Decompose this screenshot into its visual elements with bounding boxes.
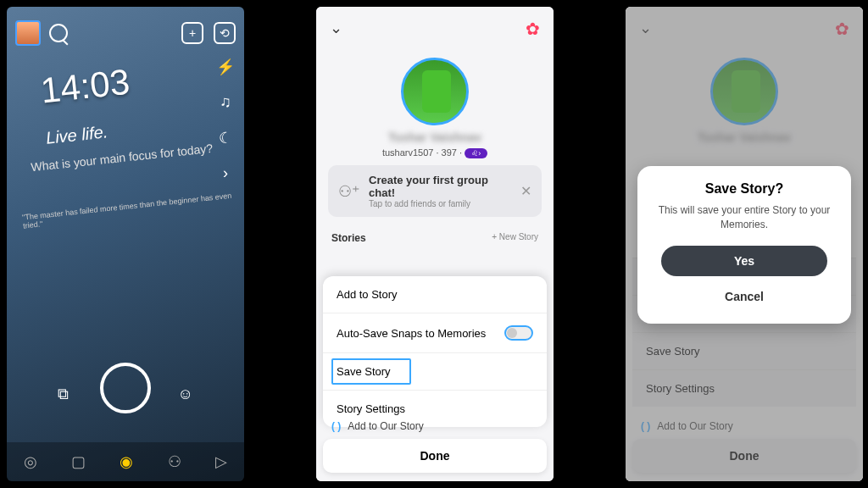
our-story-icon: ( ) [331, 420, 341, 432]
camera-top-bar: + ⟲ [7, 15, 244, 51]
nav-chat-icon[interactable]: ▢ [71, 452, 86, 471]
add-to-story-item[interactable]: Add to Story [323, 276, 547, 313]
nav-map-icon[interactable]: ◎ [24, 452, 37, 471]
collapse-icon[interactable]: ⌄ [330, 19, 342, 39]
flip-camera-icon[interactable]: ⟲ [214, 22, 236, 44]
nav-discover-icon[interactable]: ▷ [215, 452, 227, 471]
nav-camera-icon[interactable]: ◉ [120, 452, 133, 471]
story-avatar[interactable] [401, 58, 469, 125]
lens-icon[interactable]: ☺ [178, 385, 193, 403]
save-story-dialog: Save Story? This will save your entire S… [637, 166, 851, 324]
add-group-icon: ⚇⁺ [338, 182, 360, 201]
snapchat-profile-screen: ⌄ ✿ Tushar Vaishnav tusharv1507 · 397 · … [316, 7, 554, 481]
slogan-text: Live life. [45, 122, 108, 148]
clock-overlay: 14:03 [39, 62, 132, 112]
card-subtitle: Tap to add friends or family [369, 199, 512, 208]
new-story-button[interactable]: + New Story [492, 232, 538, 244]
stories-header: Stories [331, 232, 366, 244]
done-button[interactable]: Done [323, 439, 547, 473]
bottom-nav: ◎ ▢ ◉ ⚇ ▷ [7, 442, 244, 481]
shutter-button[interactable] [100, 363, 151, 413]
settings-icon[interactable]: ✿ [526, 19, 540, 39]
flash-icon[interactable]: ⚡ [215, 58, 236, 78]
snap-score: 397 [442, 147, 457, 158]
profile-name: Tushar Vaishnav [316, 130, 554, 144]
dialog-title: Save Story? [651, 181, 837, 197]
autosave-toggle[interactable] [504, 325, 533, 341]
night-icon[interactable]: ☾ [215, 129, 236, 149]
dialog-yes-button[interactable]: Yes [661, 246, 827, 276]
dialog-cancel-button[interactable]: Cancel [651, 285, 837, 308]
story-action-sheet: Add to Story Auto-Save Snaps to Memories… [323, 276, 547, 427]
group-chat-card[interactable]: ⚇⁺ Create your first group chat! Tap to … [328, 165, 542, 217]
username: tusharv1507 [382, 147, 434, 158]
quote-text: "The master has failed more times than t… [22, 190, 244, 230]
music-icon[interactable]: ♫ [215, 93, 236, 114]
dismiss-card-icon[interactable]: ✕ [520, 183, 531, 199]
snapchat-save-dialog-screen: ⌄ ✿ Tushar Vaishnav Sto ory A A Save Sto… [626, 7, 863, 481]
dialog-body: This will save your entire Story to your… [651, 203, 837, 232]
more-tools-icon[interactable]: › [215, 164, 236, 185]
nav-friends-icon[interactable]: ⚇ [168, 452, 181, 471]
snapchat-camera-screen: + ⟲ ⚡ ♫ ☾ › 14:03 Live life. What is you… [7, 7, 244, 481]
search-icon[interactable] [49, 24, 68, 42]
memories-icon[interactable]: ⧉ [58, 385, 69, 403]
save-story-item[interactable]: Save Story [323, 352, 547, 390]
camera-side-toolbar: ⚡ ♫ ☾ › [215, 58, 236, 185]
zodiac-pill[interactable]: ♌︎› [465, 148, 487, 158]
add-our-story-row[interactable]: ( ) Add to Our Story [316, 413, 439, 439]
add-friend-icon[interactable]: + [181, 22, 203, 44]
profile-avatar[interactable] [15, 20, 41, 46]
profile-subline: tusharv1507 · 397 · ♌︎› [316, 147, 554, 158]
autosave-item[interactable]: Auto-Save Snaps to Memories [323, 313, 547, 352]
card-title: Create your first group chat! [369, 174, 512, 199]
